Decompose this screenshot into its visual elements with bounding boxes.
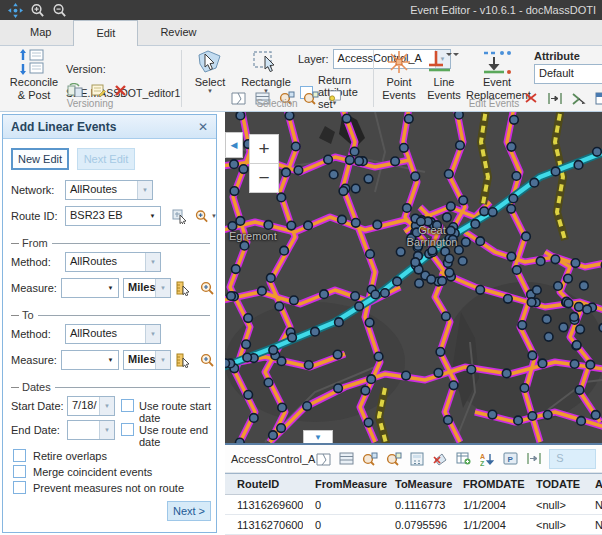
collapse-panel-arrow[interactable]: ◀ [225,132,243,158]
change-version-icon[interactable] [66,82,83,98]
zoom-out-icon[interactable] [50,2,68,18]
from-method-combo[interactable]: AllRoutes ▼ [65,252,161,272]
retire-overlaps-checkbox[interactable] [13,449,26,462]
cell-todate[interactable]: <null> [524,515,583,535]
event-attributes-window-icon[interactable] [594,90,602,106]
use-route-end-date-checkbox[interactable] [121,423,134,436]
to-measure-arrow[interactable]: ▼ [103,351,118,369]
start-date-arrow[interactable]: ▼ [99,397,114,415]
tab-edit[interactable]: Edit [73,20,138,46]
table-layer-name[interactable]: AccessControl_A [231,453,315,465]
network-combo[interactable]: AllRoutes ▼ [65,180,153,200]
table-pan-selected-icon[interactable] [386,451,402,467]
delete-version-icon[interactable] [112,82,129,98]
col-todate[interactable]: TODATE [524,474,583,495]
route-zoom-icon[interactable]: ▼ [195,208,217,224]
pan-icon[interactable] [6,2,24,18]
map-canvas[interactable]: Egremont Great Barrington ◀ + − ▼ [225,112,602,443]
from-unit-combo[interactable]: Miles ▼ [123,278,171,298]
from-zoom-icon[interactable] [199,280,216,296]
next-edit-button[interactable]: Next Edit [77,148,135,170]
point-events-button[interactable]: Point Events [378,49,420,101]
collapse-table-arrow[interactable]: ▼ [303,430,333,443]
identify-icon[interactable]: P [503,451,519,467]
to-method-combo[interactable]: AllRoutes ▼ [65,324,161,344]
route-id-combo[interactable]: BSR23 EB ▼ [65,206,161,226]
network-combo-arrow[interactable]: ▼ [137,181,152,199]
add-record-icon[interactable] [456,451,472,467]
table-row[interactable]: 11316270600 0 0.0795596 1/1/2004 <null> … [225,515,602,535]
tab-map[interactable]: Map [8,20,73,45]
table-row[interactable]: 11316269600 0 0.1116773 1/1/2004 <null> … [225,495,602,515]
trim-event-icon[interactable] [570,90,587,106]
version-label-text: Version: [66,63,106,75]
attribute-table-panel: AccessControl_A [225,443,602,535]
to-method-arrow[interactable]: ▼ [145,325,160,343]
clear-table-selection-icon[interactable] [432,451,448,467]
close-icon[interactable]: ✕ [198,120,208,134]
cell-routeid[interactable]: 11316269600 [225,495,303,515]
to-unit-combo[interactable]: Miles ▼ [123,350,171,370]
col-routeid[interactable]: RouteID [225,474,303,495]
field-calculator-icon[interactable] [409,451,425,467]
map-zoom-out-button[interactable]: − [249,163,279,193]
select-button[interactable]: Select ▼ [188,49,232,94]
reconcile-post-button[interactable]: Reconcile & Post [6,49,62,101]
cell-fromdate[interactable]: 1/1/2004 [451,515,524,535]
rectangle-button[interactable]: Rectangle ▼ [240,49,292,94]
sort-icon[interactable]: A Z [479,451,495,467]
cell-routeid[interactable]: 11316270600 [225,515,303,535]
use-route-start-date-checkbox[interactable] [121,399,134,412]
cell-tomeasure[interactable]: 0.1116773 [383,495,451,515]
end-date-combo[interactable]: ▼ [67,420,115,440]
col-frommeasure[interactable]: FromMeasure [303,474,383,495]
cell-todate[interactable]: <null> [524,495,583,515]
from-measure-pick-icon[interactable] [175,280,192,296]
tab-review[interactable]: Review [138,20,218,45]
col-tomeasure[interactable]: ToMeasure [383,474,451,495]
cell-tomeasure[interactable]: 0.0795596 [383,515,451,535]
reconcile-icon [19,49,49,75]
to-zoom-icon[interactable] [199,352,216,368]
cell-fromdate[interactable]: 1/1/2004 [451,495,524,515]
merge-coincident-checkbox[interactable] [13,465,26,478]
pick-route-on-map-icon[interactable] [171,208,188,224]
to-measure-combo[interactable]: ▼ [61,350,119,370]
to-measure-pick-icon[interactable] [175,352,192,368]
attribute-set-combo[interactable]: Default ▼ [534,64,602,84]
svg-text:A: A [480,452,485,459]
to-legend: To [11,309,210,321]
end-date-arrow[interactable]: ▼ [99,421,114,439]
from-unit-arrow[interactable]: ▼ [155,279,170,297]
cell-ac[interactable]: N [583,515,602,535]
event-replacement-button[interactable]: Event Replacement [466,49,528,101]
new-edit-button[interactable]: New Edit [11,148,69,170]
clear-table-selection-glyph [433,452,448,466]
prevent-measures-checkbox[interactable] [13,481,26,494]
table-zoom-selected-icon[interactable] [362,451,378,467]
cell-ac[interactable]: N [583,495,602,515]
cell-frommeasure[interactable]: 0 [303,515,383,535]
measure-range-icon[interactable] [526,451,542,467]
dates-legend-text: Dates [22,381,55,393]
line-events-icon [428,49,460,75]
table-select-icon[interactable] [315,451,331,467]
new-version-icon[interactable] [89,82,106,98]
start-date-combo[interactable]: 7/18/ ▼ [67,396,115,416]
from-measure-combo[interactable]: ▼ [61,278,119,298]
map-zoom-in-button[interactable]: + [249,134,279,164]
from-measure-arrow[interactable]: ▼ [103,279,118,297]
table-list-glyph [339,452,354,465]
col-ac[interactable]: AC [583,474,602,495]
cell-frommeasure[interactable]: 0 [303,495,383,515]
save-button[interactable]: S [549,449,596,469]
from-method-arrow[interactable]: ▼ [145,253,160,271]
next-button[interactable]: Next > [167,501,211,521]
col-fromdate[interactable]: FROMDATE [451,474,524,495]
zoom-in-icon[interactable] [28,2,46,18]
table-list-icon[interactable] [339,451,355,467]
to-unit-arrow[interactable]: ▼ [155,351,170,369]
attribute-table: RouteID FromMeasure ToMeasure FROMDATE T… [225,473,602,535]
line-events-button[interactable]: Line Events [424,49,464,101]
route-id-combo-arrow[interactable]: ▼ [145,207,160,225]
